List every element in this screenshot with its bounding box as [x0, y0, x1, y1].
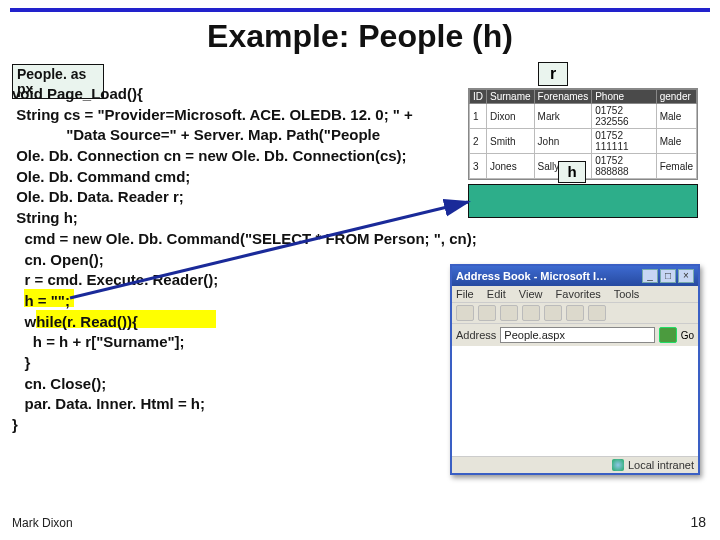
- browser-viewport: [452, 346, 698, 456]
- menu-edit[interactable]: Edit: [487, 288, 506, 300]
- maximize-icon[interactable]: □: [660, 269, 676, 283]
- col-gender: gender: [656, 90, 696, 104]
- table-row: 1 Dixon Mark 01752 232556 Male: [470, 104, 697, 129]
- code-line: "Data Source=" + Server. Map. Path("Peop…: [12, 126, 380, 143]
- forward-icon[interactable]: [478, 305, 496, 321]
- minimize-icon[interactable]: _: [642, 269, 658, 283]
- footer-page-number: 18: [690, 514, 706, 530]
- code-line: Ole. Db. Command cmd;: [12, 168, 190, 185]
- browser-toolbar: [452, 302, 698, 324]
- browser-titlebar: Address Book - Microsoft I… _ □ ×: [452, 266, 698, 286]
- stop-icon[interactable]: [500, 305, 518, 321]
- col-id: ID: [470, 90, 487, 104]
- close-icon[interactable]: ×: [678, 269, 694, 283]
- browser-window: Address Book - Microsoft I… _ □ × File E…: [450, 264, 700, 475]
- code-line: par. Data. Inner. Html = h;: [12, 395, 205, 412]
- menu-view[interactable]: View: [519, 288, 543, 300]
- go-label: Go: [681, 330, 694, 341]
- code-line: }: [12, 354, 30, 371]
- col-forenames: Forenames: [534, 90, 592, 104]
- back-icon[interactable]: [456, 305, 474, 321]
- code-line: Ole. Db. Connection cn = new Ole. Db. Co…: [12, 147, 407, 164]
- menu-favorites[interactable]: Favorites: [556, 288, 601, 300]
- h-value-box: [468, 184, 698, 218]
- col-phone: Phone: [592, 90, 656, 104]
- h-annotation: h: [558, 161, 586, 183]
- code-line: cn. Close();: [12, 375, 106, 392]
- code-line: h = h + r["Surname"];: [12, 333, 185, 350]
- code-line: while(r. Read()){: [12, 313, 138, 330]
- slide: Example: People (h) People. as px void P…: [0, 0, 720, 540]
- code-line: }: [12, 416, 18, 433]
- code-line: void Page_Load(){: [12, 85, 143, 102]
- status-text: Local intranet: [628, 459, 694, 471]
- browser-address-bar: Address People.aspx Go: [452, 324, 698, 346]
- browser-menubar: File Edit View Favorites Tools: [452, 286, 698, 302]
- favorites-icon[interactable]: [588, 305, 606, 321]
- table-row: 2 Smith John 01752 111111 Male: [470, 129, 697, 154]
- address-label: Address: [456, 329, 496, 341]
- code-line: cn. Open();: [12, 251, 104, 268]
- intranet-icon: [612, 459, 624, 471]
- footer-author: Mark Dixon: [12, 516, 73, 530]
- code-line: cmd = new Ole. Db. Command("SELECT * FRO…: [12, 230, 477, 247]
- code-line: String h;: [12, 209, 78, 226]
- code-line: String cs = "Provider=Microsoft. ACE. OL…: [12, 106, 413, 123]
- search-icon[interactable]: [566, 305, 584, 321]
- browser-title: Address Book - Microsoft I…: [456, 270, 640, 282]
- slide-title: Example: People (h): [0, 18, 720, 55]
- menu-file[interactable]: File: [456, 288, 474, 300]
- code-line: r = cmd. Execute. Reader();: [12, 271, 218, 288]
- code-line: Ole. Db. Data. Reader r;: [12, 188, 184, 205]
- refresh-icon[interactable]: [522, 305, 540, 321]
- col-surname: Surname: [487, 90, 535, 104]
- code-line: h = "";: [12, 292, 70, 309]
- title-rule: [10, 8, 710, 12]
- table-header-row: ID Surname Forenames Phone gender: [470, 90, 697, 104]
- go-icon[interactable]: [659, 327, 677, 343]
- menu-tools[interactable]: Tools: [614, 288, 640, 300]
- home-icon[interactable]: [544, 305, 562, 321]
- browser-statusbar: Local intranet: [452, 456, 698, 473]
- address-input[interactable]: People.aspx: [500, 327, 654, 343]
- r-annotation: r: [538, 62, 568, 86]
